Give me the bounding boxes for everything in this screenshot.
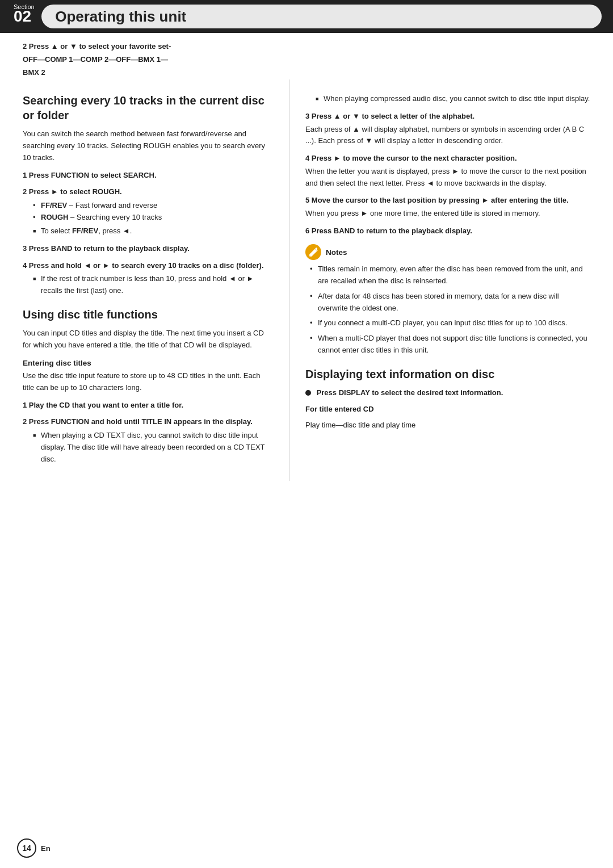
bullet-rough: ROUGH – Searching every 10 tracks [33,212,273,224]
content-area: Searching every 10 tracks in the current… [0,79,613,481]
preamble-line4: BMX 2 [23,67,597,79]
for-title-cd-label: For title entered CD [305,404,590,416]
sub-heading-entering: Entering disc titles [23,359,273,367]
step2-entering: 2 Press FUNCTION and hold until TITLE IN… [23,416,273,427]
circle-bullet-icon [305,390,311,396]
heading-disc-title: Using disc title functions [23,307,273,322]
rough-options-list: FF/REV – Fast forward and reverse ROUGH … [33,200,273,224]
left-column: Searching every 10 tracks in the current… [0,79,289,481]
section-title-bar: Operating this unit [41,5,602,28]
notes-label: Notes [326,248,347,257]
note-item-3: If you connect a multi-CD player, you ca… [310,317,590,329]
preamble-line3: OFF—COMP 1—COMP 2—OFF—BMX 1— [23,54,597,66]
note-item-2: After data for 48 discs has been stored … [310,291,590,315]
preamble: 2 Press ▲ or ▼ to select your favorite s… [0,33,613,78]
for-title-cd-body: Play time—disc title and play time [305,420,590,431]
square-compressed: When playing compressed audio disc, you … [316,93,590,105]
right-column: When playing compressed audio disc, you … [289,79,613,481]
section-title: Operating this unit [55,8,186,26]
section-label: Section [14,3,35,10]
notes-icon [305,244,321,260]
display-step: Press DISPLAY to select the desired text… [305,387,590,399]
track-note-list: If the rest of track number is less than… [33,273,273,297]
entering-intro: Use the disc title input feature to stor… [23,370,273,394]
ffrev-note-list: To select FF/REV, press ◄. [33,225,273,237]
notes-box: Notes Titles remain in memory, even afte… [305,244,590,357]
step1-entering: 1 Play the CD that you want to enter a t… [23,400,273,411]
footer: 14 En [17,838,51,858]
step3-right: 3 Press ▲ or ▼ to select a letter of the… [305,111,590,122]
bullet-ff: FF/REV – Fast forward and reverse [33,200,273,212]
step4-right: 4 Press ► to move the cursor to the next… [305,153,590,164]
square-cd-text: When playing a CD TEXT disc, you cannot … [33,430,273,465]
step4-searching: 4 Press and hold ◄ or ► to search every … [23,260,273,271]
heading-searching: Searching every 10 tracks in the current… [23,93,273,123]
notes-header: Notes [305,244,590,260]
page-number: 14 [17,838,36,858]
square-track-note: If the rest of track number is less than… [33,273,273,297]
step2-searching: 2 Press ► to select ROUGH. [23,186,273,198]
square-ffrev: To select FF/REV, press ◄. [33,225,273,237]
notes-list: Titles remain in memory, even after the … [310,263,590,357]
step4-right-body: When the letter you want is displayed, p… [305,166,590,190]
searching-intro: You can switch the search method between… [23,128,273,163]
cd-text-note-list: When playing a CD TEXT disc, you cannot … [33,430,273,465]
step1-searching: 1 Press FUNCTION to select SEARCH. [23,170,273,181]
compressed-note-list: When playing compressed audio disc, you … [316,93,590,105]
pencil-icon [308,247,318,257]
step5-right-body: When you press ► one more time, the ente… [305,208,590,220]
heading-displaying: Displaying text information on disc [305,367,590,381]
page: Section 02 Operating this unit 2 Press ▲… [0,0,613,868]
footer-language: En [41,844,51,853]
step6-right: 6 Press BAND to return to the playback d… [305,225,590,237]
step3-right-body: Each press of ▲ will display alphabet, n… [305,124,590,148]
step5-right: 5 Move the cursor to the last position b… [305,195,590,206]
step3-searching: 3 Press BAND to return to the playback d… [23,243,273,254]
preamble-line1: 2 Press ▲ or ▼ to select your favorite s… [23,41,597,53]
note-item-4: When a multi-CD player that does not sup… [310,333,590,357]
disc-title-intro: You can input CD titles and display the … [23,328,273,351]
note-item-1: Titles remain in memory, even after the … [310,263,590,287]
